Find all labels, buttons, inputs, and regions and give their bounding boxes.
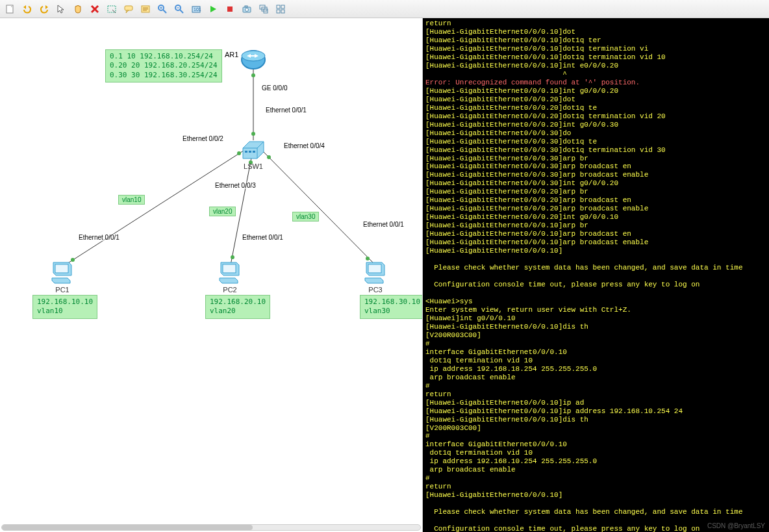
device-label-pc3: PC3 [368,286,382,294]
svg-rect-41 [245,151,247,153]
hand-pan-button[interactable] [70,2,86,16]
port-label-eth004-sw: Ethernet 0/0/4 [283,142,325,149]
note-pc3[interactable]: 192.168.30.10 vlan30 [360,295,423,319]
vlan-tag-30[interactable]: vlan30 [292,212,319,222]
stop-all-button[interactable] [222,2,238,16]
svg-rect-44 [55,264,68,273]
vlan-tag-10[interactable]: vlan10 [118,195,145,205]
device-label-lsw1: LSW1 [244,162,263,170]
device-pc3[interactable]: PC3 [362,259,388,294]
port-label-eth001-sw-top: Ethernet 0/0/1 [265,107,307,114]
svg-rect-43 [253,151,255,153]
note-pc2[interactable]: 192.168.20.10 vlan20 [205,295,270,319]
svg-point-18 [246,8,249,11]
svg-rect-19 [245,6,247,7]
zoom-out-button[interactable] [171,2,187,16]
cli-terminal[interactable]: return [Huawei-GigabitEthernet0/0/0.10]d… [423,18,769,532]
switch-icon [240,135,266,161]
snapshot-button[interactable]: 101 [188,2,204,16]
svg-rect-23 [277,5,280,8]
device-label-pc2: PC2 [223,286,236,294]
svg-rect-16 [227,6,233,12]
workspace: 0.1 10 192.168.10.254/24 0.20 20 192.168… [0,18,769,532]
port-label-eth001-pc3: Ethernet 0/0/1 [362,221,405,228]
svg-line-8 [163,10,166,13]
device-label-pc1: PC1 [55,286,69,294]
note-pc1[interactable]: 192.168.10.10 vlan10 [32,295,97,319]
scrollbar-thumb[interactable] [2,525,253,530]
start-all-button[interactable] [205,2,221,16]
device-ar1[interactable] [240,47,266,73]
device-pc2[interactable]: PC2 [217,259,243,294]
svg-rect-2 [125,6,132,10]
port-label-eth002-sw: Ethernet 0/0/2 [182,135,224,142]
stack-layout-button[interactable] [256,2,271,16]
svg-point-37 [267,155,271,159]
pc-icon [49,259,75,285]
zoom-in-button[interactable] [155,2,170,16]
svg-line-36 [261,149,375,265]
svg-rect-45 [223,264,236,273]
svg-text:101: 101 [194,7,201,12]
capture-button[interactable] [239,2,255,16]
svg-rect-24 [281,5,284,8]
port-label-eth001-pc1: Ethernet 0/0/1 [78,234,120,241]
port-label-eth003-sw: Ethernet 0/0/3 [214,182,257,189]
port-label-ge000: GE 0/0/0 [261,84,288,92]
balloon-button[interactable] [121,2,136,16]
vlan-tag-20[interactable]: vlan20 [209,207,236,216]
svg-point-28 [251,73,255,77]
svg-rect-26 [281,10,284,13]
svg-rect-42 [249,151,251,153]
redo-button[interactable] [36,2,52,16]
svg-rect-46 [368,264,381,273]
toolbar: 101 [0,0,769,18]
pc-icon [362,259,388,285]
svg-line-12 [180,10,183,13]
note-button[interactable] [138,2,153,16]
pointer-button[interactable] [53,2,69,16]
port-label-eth001-pc2: Ethernet 0/0/1 [242,234,284,241]
topology-canvas[interactable]: 0.1 10 192.168.10.254/24 0.20 20 192.168… [0,18,422,532]
topology-canvas-pane: 0.1 10 192.168.10.254/24 0.20 20 192.168… [0,18,423,532]
svg-rect-25 [277,10,280,13]
canvas-scrollbar-h[interactable] [1,524,421,531]
rectangle-select-button[interactable] [104,2,120,16]
grid-layout-button[interactable] [273,2,288,16]
device-label-ar1: AR1 [225,51,238,58]
undo-button[interactable] [19,2,35,16]
new-topology-button[interactable] [3,2,18,16]
router-icon [240,47,266,73]
delete-button[interactable] [87,2,103,16]
pc-icon [217,259,243,285]
note-subinterfaces[interactable]: 0.1 10 192.168.10.254/24 0.20 20 192.168… [105,49,222,82]
device-pc1[interactable]: PC1 [49,259,75,294]
device-lsw1[interactable]: LSW1 [240,135,266,170]
